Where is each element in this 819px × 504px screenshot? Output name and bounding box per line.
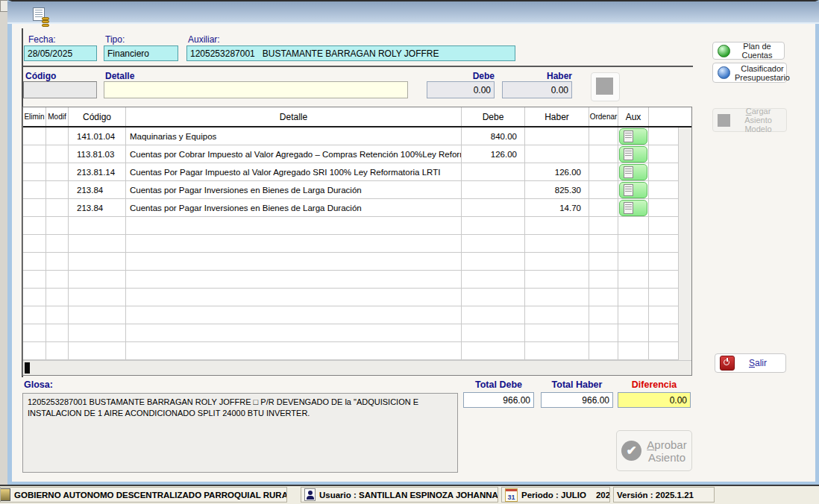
haber-input[interactable] xyxy=(502,81,572,98)
cell-modif xyxy=(46,199,69,216)
table-row[interactable] xyxy=(23,324,691,342)
cell-haber xyxy=(525,145,589,163)
statusbar-period-panel: 31 Periodo : JULIO 2025 xyxy=(501,487,610,503)
tipo-label: Tipo: xyxy=(105,34,125,45)
table-row[interactable] xyxy=(23,306,691,324)
cell-detalle xyxy=(126,271,462,288)
auxiliar-input[interactable] xyxy=(186,45,515,61)
table-row[interactable] xyxy=(23,342,691,360)
usuario-label: Usuario : SANTILLAN ESPINOZA JOHANNA PAO… xyxy=(319,491,498,500)
entries-table: Elimin Modif Código Detalle Debe Haber O… xyxy=(22,107,692,376)
aux-detail-button[interactable] xyxy=(619,200,647,216)
cell-haber xyxy=(525,217,589,234)
periodo-year: 2025 xyxy=(596,491,610,500)
cell-haber: 825.30 xyxy=(525,181,589,198)
debe-input[interactable] xyxy=(427,81,495,98)
total-debe-input xyxy=(463,392,534,408)
table-row[interactable]: 213.84Cuentas por Pagar Inversiones en B… xyxy=(23,181,691,199)
aux-detail-button[interactable] xyxy=(619,182,647,198)
cell-debe xyxy=(462,289,525,306)
cell-ordenar xyxy=(589,127,618,145)
codigo-label: Código xyxy=(25,71,56,81)
cell-aux xyxy=(618,289,649,306)
cell-aux xyxy=(618,217,649,234)
statusbar-entity-panel: GOBIERNO AUTONOMO DESCENTRALIZADO PARROQ… xyxy=(0,487,287,503)
plan-de-cuentas-button[interactable]: Plan de Cuentas xyxy=(712,42,785,60)
cell-elimin xyxy=(23,235,46,252)
table-row[interactable]: 141.01.04Maquinarias y Equipos840.00 xyxy=(23,127,691,145)
cell-elimin xyxy=(23,342,46,359)
table-row[interactable] xyxy=(23,253,691,271)
cell-aux xyxy=(618,235,649,252)
aux-detail-button[interactable] xyxy=(619,146,647,163)
total-haber-input xyxy=(541,392,613,408)
cell-debe: 126.00 xyxy=(462,145,525,163)
cell-aux xyxy=(618,145,649,163)
cell-haber: 14.70 xyxy=(525,199,589,216)
green-sphere-icon xyxy=(718,45,730,57)
aux-detail-button[interactable] xyxy=(619,164,647,180)
gray-square-icon xyxy=(596,78,613,95)
cell-codigo xyxy=(69,271,126,288)
cell-elimin xyxy=(23,289,46,306)
cell-codigo xyxy=(69,235,126,252)
cell-detalle xyxy=(126,253,462,270)
cargar-asiento-label: Cargar Asiento Modelo xyxy=(735,107,782,133)
haber-label: Haber xyxy=(502,71,572,81)
cell-modif xyxy=(46,271,69,288)
aux-detail-button[interactable] xyxy=(619,128,647,145)
entries-table-header: Elimin Modif Código Detalle Debe Haber O… xyxy=(23,107,691,127)
cell-modif xyxy=(46,306,69,324)
glosa-textarea[interactable]: 1205253287001 BUSTAMANTE BARRAGAN ROLY J… xyxy=(22,393,458,473)
cell-detalle: Cuentas por Pagar Inversiones en Bienes … xyxy=(126,199,462,216)
clasificador-label: Clasificador Presupuestario xyxy=(735,64,790,82)
table-horizontal-scrollbar[interactable] xyxy=(23,360,691,375)
note-page-icon xyxy=(624,148,633,160)
table-vertical-scrollbar[interactable] xyxy=(678,127,691,375)
glosa-label: Glosa: xyxy=(24,379,53,390)
table-row[interactable]: 213.84Cuentas por Pagar Inversiones en B… xyxy=(23,199,691,217)
cell-elimin xyxy=(23,127,46,145)
table-row[interactable] xyxy=(23,217,691,235)
col-codigo: Código xyxy=(69,107,126,126)
table-row[interactable]: 213.81.14Cuentas Por Pagar Impuesto al V… xyxy=(23,163,691,181)
auxiliar-label: Auxiliar: xyxy=(188,34,220,45)
cell-debe xyxy=(462,271,525,288)
codigo-input[interactable] xyxy=(23,81,97,98)
cell-detalle xyxy=(126,235,462,252)
cell-modif xyxy=(46,145,69,163)
detalle-input[interactable] xyxy=(104,81,408,98)
cargar-asiento-modelo-button[interactable]: Cargar Asiento Modelo xyxy=(712,108,787,132)
cell-modif xyxy=(46,127,69,145)
cell-aux xyxy=(618,306,649,324)
toolbar xyxy=(7,1,819,24)
cell-codigo: 213.84 xyxy=(69,199,126,216)
note-page-icon xyxy=(624,130,633,142)
col-filler xyxy=(649,107,654,126)
add-line-button[interactable] xyxy=(591,72,620,101)
aprobar-asiento-button[interactable]: ✔ Aprobar Asiento xyxy=(616,430,692,471)
cell-elimin xyxy=(23,163,46,180)
table-row[interactable]: 113.81.03Cuentas por Cobrar Impuesto al … xyxy=(23,145,691,163)
fecha-input[interactable] xyxy=(24,45,97,61)
cell-haber xyxy=(525,235,589,252)
table-row[interactable] xyxy=(23,235,691,253)
version-label: Versión : 2025.1.21 xyxy=(617,491,694,500)
cell-debe xyxy=(462,199,525,216)
hscroll-thumb[interactable] xyxy=(25,362,30,374)
tipo-input[interactable] xyxy=(104,45,178,61)
clasificador-presupuestario-button[interactable]: Clasificador Presupuestario xyxy=(712,63,787,83)
cell-elimin xyxy=(23,217,46,234)
table-row[interactable] xyxy=(23,289,691,306)
cell-detalle: Cuentas Por Pagar Impuesto al Valor Agre… xyxy=(126,163,462,180)
entry-document-icon[interactable] xyxy=(33,7,49,22)
gray-square-icon xyxy=(718,114,730,127)
cell-detalle xyxy=(126,306,462,324)
cell-debe xyxy=(462,253,525,270)
salir-button[interactable]: Salir xyxy=(715,353,786,373)
cell-fill xyxy=(649,235,654,252)
detalle-label: Detalle xyxy=(105,71,134,81)
salir-label: Salir xyxy=(735,358,781,368)
cell-debe xyxy=(462,217,525,234)
table-row[interactable] xyxy=(23,271,691,289)
